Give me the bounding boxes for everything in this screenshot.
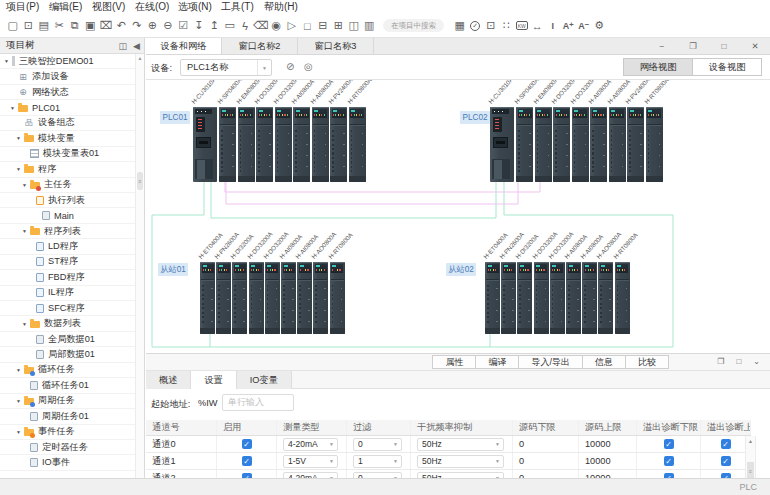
tree-item-PLC01[interactable]: ▼PLC01 <box>0 100 135 115</box>
check-circle-icon[interactable]: ✓ <box>468 18 484 34</box>
run-icon[interactable]: ▷ <box>284 18 300 34</box>
fullscreen-icon[interactable]: ∷ <box>499 18 515 34</box>
collapse-icon[interactable]: ◀ <box>133 41 140 51</box>
action-button-信息[interactable]: 信息 <box>582 355 626 369</box>
table-row-通道0[interactable]: 通道0✓4-20mA▼0▼50Hz▼010000✓✓ <box>146 436 751 453</box>
action-button-属性[interactable]: 属性 <box>432 355 476 369</box>
tree-item-三映智控DEMO01[interactable]: ▼三映智控DEMO01 <box>0 54 135 69</box>
tree-item-事件任务[interactable]: ▼事件任务 <box>0 425 135 440</box>
module-H-AI0800A[interactable] <box>582 262 597 334</box>
module-H-EM0800A[interactable] <box>535 107 552 182</box>
grid-view-icon[interactable]: ⊞ <box>331 18 347 34</box>
scroll-up-icon[interactable]: ▲ <box>746 436 755 446</box>
tree-item-添加设备[interactable]: ⊞添加设备 <box>0 69 135 84</box>
close-button[interactable]: ✕ <box>750 41 760 51</box>
target-icon[interactable]: ◎ <box>304 61 313 72</box>
tree-item-设备组态[interactable]: 品设备组态 <box>0 116 135 131</box>
new-file-icon[interactable]: ▢ <box>5 18 21 34</box>
module-H-DO3200A[interactable] <box>256 107 273 182</box>
panel-tab-IO变量[interactable]: IO变量 <box>237 371 292 389</box>
tree-item-循环任务01[interactable]: 循环任务01 <box>0 378 135 393</box>
tree-item-网络状态[interactable]: ⊕网络状态 <box>0 85 135 100</box>
module-H-PN2600A[interactable] <box>501 262 516 334</box>
minimize-button[interactable]: − <box>657 41 667 51</box>
menu-item-2[interactable]: 视图(V) <box>92 0 135 14</box>
edit-disabled-icon[interactable]: ⊘ <box>286 61 294 72</box>
tree-item-全局数据01[interactable]: 全局数据01 <box>0 332 135 347</box>
module-H-SP0400A[interactable] <box>219 107 236 182</box>
address-input[interactable]: 单行输入 <box>222 394 294 411</box>
panel-tab-设置[interactable]: 设置 <box>191 371 236 389</box>
pane-icon[interactable]: ⊟ <box>315 18 331 34</box>
filter-select[interactable]: 0▼ <box>353 438 402 451</box>
table-row-通道2[interactable]: 通道2✓4-20mA▼0▼50Hz▼010000✓✓ <box>146 470 751 478</box>
list-view-icon[interactable]: ▥ <box>362 18 378 34</box>
tree-item-Main[interactable]: Main <box>0 208 135 223</box>
tab-窗口名称2[interactable]: 窗口名称2 <box>222 38 298 54</box>
diag-low-checkbox[interactable]: ✓ <box>664 456 674 466</box>
module-H-CU3010A[interactable] <box>193 107 217 182</box>
tree-item-主任务[interactable]: ▼主任务 <box>0 178 135 193</box>
columns-view-icon[interactable]: ◫ <box>346 18 362 34</box>
maximize-button[interactable]: □ <box>719 41 729 51</box>
open-file-icon[interactable]: ⊡ <box>21 18 37 34</box>
tab-设备和网络[interactable]: 设备和网络 <box>146 38 222 54</box>
float-icon[interactable]: ❐ <box>717 357 724 366</box>
tree-item-ST程序[interactable]: ST程序 <box>0 255 135 270</box>
module-H-PV2400A[interactable] <box>330 107 347 182</box>
module-H-PN2600A[interactable] <box>216 262 231 334</box>
measure-type-select[interactable]: 1-5V▼ <box>283 455 338 468</box>
erase-icon[interactable]: ⌫ <box>253 18 269 34</box>
tree-item-程序[interactable]: ▼程序 <box>0 162 135 177</box>
module-H-ET0400A[interactable] <box>485 262 500 334</box>
font-increase-icon[interactable]: A⁺ <box>561 18 577 34</box>
tree-item-循环任务[interactable]: ▼循环任务 <box>0 363 135 378</box>
diag-high-checkbox[interactable]: ✓ <box>721 456 731 466</box>
menu-item-6[interactable]: 帮助(H) <box>264 0 307 14</box>
tree-item-LD程序[interactable]: LD程序 <box>0 239 135 254</box>
copy-icon[interactable]: ⧉ <box>67 18 83 34</box>
tab-窗口名称3[interactable]: 窗口名称3 <box>298 38 374 54</box>
module-H-RT0800A[interactable] <box>349 107 366 182</box>
tree-item-FBD程序[interactable]: FBD程序 <box>0 270 135 285</box>
module-H-DI3200A[interactable] <box>517 262 532 334</box>
enable-checkbox[interactable]: ✓ <box>242 456 252 466</box>
module-H-DO3200A[interactable] <box>265 262 280 334</box>
view-button-设备视图[interactable]: 设备视图 <box>692 58 762 76</box>
table-scrollbar[interactable]: ▲ ≡ <box>745 436 756 478</box>
tree-item-执行列表[interactable]: 执行列表 <box>0 193 135 208</box>
monitor-icon[interactable]: ▭ <box>222 18 238 34</box>
menu-item-1[interactable]: 编辑(E) <box>49 0 92 14</box>
rack-label-PLC02[interactable]: PLC02 <box>460 111 490 124</box>
online-icon[interactable]: ϟ <box>238 18 254 34</box>
scroll-up-icon[interactable]: ▲ <box>136 54 144 63</box>
tree-item-模块变量表01[interactable]: 模块变量表01 <box>0 147 135 162</box>
menu-item-5[interactable]: 工具(T) <box>221 0 264 14</box>
paste-icon[interactable]: ▣ <box>83 18 99 34</box>
zoom-out-icon[interactable]: ⊖ <box>160 18 176 34</box>
module-H-RT0800A[interactable] <box>615 262 630 334</box>
module-H-DO3200A[interactable] <box>249 262 264 334</box>
network-canvas[interactable]: PLC01H-CU3010AH-SP0400AH-EM0800AH-DO3200… <box>146 80 770 353</box>
delete-icon[interactable]: ⌧ <box>98 18 114 34</box>
module-H-AI0800A[interactable] <box>609 107 626 182</box>
find-icon[interactable]: ◉ <box>269 18 285 34</box>
module-H-EM0800A[interactable] <box>238 107 255 182</box>
module-H-AI0800A[interactable] <box>566 262 581 334</box>
menu-item-0[interactable]: 项目(P) <box>6 0 49 14</box>
redo-icon[interactable]: ↷ <box>129 18 145 34</box>
tree-item-IO事件[interactable]: IO事件 <box>0 455 135 470</box>
tree-item-周期任务[interactable]: ▼周期任务 <box>0 394 135 409</box>
upload-icon[interactable]: ↥ <box>207 18 223 34</box>
columns-icon[interactable]: ◫ <box>119 41 128 51</box>
tree-item-周期任务01[interactable]: 周期任务01 <box>0 409 135 424</box>
action-button-比较[interactable]: 比较 <box>625 355 669 369</box>
module-H-RT0800A[interactable] <box>330 262 345 334</box>
text-cursor-icon[interactable]: I <box>545 18 561 34</box>
module-H-DO3200A[interactable] <box>553 107 570 182</box>
view-button-网络视图[interactable]: 网络视图 <box>623 58 693 76</box>
measure-type-select[interactable]: 4-20mA▼ <box>283 438 338 451</box>
module-H-CU3010A[interactable] <box>490 107 514 182</box>
tree-item-数据列表[interactable]: ▼数据列表 <box>0 316 135 331</box>
diag-high-checkbox[interactable]: ✓ <box>721 439 731 449</box>
